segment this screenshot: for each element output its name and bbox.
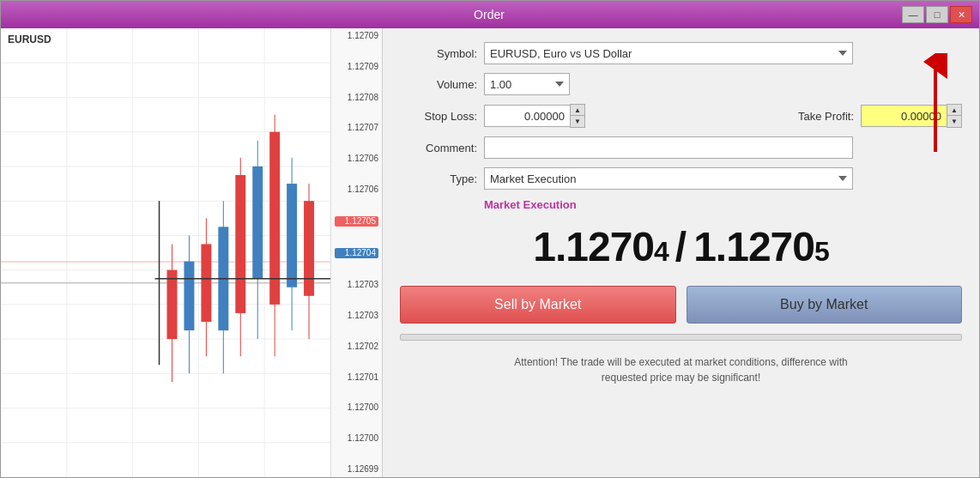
- svg-rect-33: [184, 262, 194, 330]
- candlestick-chart: [1, 28, 330, 477]
- comment-row: Comment:: [400, 136, 962, 159]
- volume-select[interactable]: 1.00: [484, 73, 570, 95]
- chart-panel: EURUSD: [1, 28, 383, 477]
- progress-bar: [400, 334, 962, 341]
- stop-loss-up[interactable]: ▲: [571, 105, 584, 116]
- price-separator: /: [675, 223, 687, 270]
- red-arrow-icon: [918, 53, 953, 156]
- svg-rect-17: [1, 262, 330, 263]
- type-row: Type: Market Execution: [400, 167, 962, 190]
- type-label: Type:: [400, 172, 477, 185]
- stoploss-takeprofit-row: Stop Loss: ▲ ▼ Take Profit: ▲ ▼: [400, 104, 962, 128]
- svg-rect-21: [287, 184, 297, 287]
- comment-input[interactable]: [484, 136, 853, 159]
- svg-rect-27: [235, 175, 245, 313]
- svg-rect-31: [201, 244, 211, 322]
- window-controls: — □ ✕: [902, 6, 972, 23]
- sell-by-market-button[interactable]: Sell by Market: [400, 286, 676, 324]
- market-exec-label: Market Execution: [484, 198, 962, 211]
- stop-loss-down[interactable]: ▼: [571, 116, 584, 127]
- symbol-row: Symbol: EURUSD, Euro vs US Dollar: [400, 42, 962, 64]
- order-window: Order — □ ✕ EURUSD: [0, 0, 980, 478]
- title-bar: Order — □ ✕: [1, 1, 979, 28]
- price-tick-red: 1.12705: [335, 216, 378, 227]
- ask-price-small: 5: [814, 236, 829, 267]
- maximize-button[interactable]: □: [926, 6, 948, 23]
- price-tick-11: 1.12701: [335, 373, 378, 382]
- window-title: Order: [76, 8, 902, 21]
- price-display: 1.12704 / 1.12705: [400, 223, 962, 270]
- price-tick-6: 1.12706: [335, 185, 378, 194]
- stop-loss-label: Stop Loss:: [400, 110, 477, 123]
- chart-area: 1.12709 1.12709 1.12708 1.12707 1.12706 …: [1, 28, 382, 477]
- volume-row: Volume: 1.00: [400, 73, 962, 95]
- price-axis: 1.12709 1.12709 1.12708 1.12707 1.12706 …: [330, 28, 382, 477]
- buy-by-market-button[interactable]: Buy by Market: [687, 286, 963, 324]
- symbol-select[interactable]: EURUSD, Euro vs US Dollar: [484, 42, 853, 64]
- svg-rect-23: [304, 201, 314, 296]
- stop-loss-spinners: ▲ ▼: [570, 104, 585, 128]
- chart-canvas: [1, 28, 330, 477]
- take-profit-label: Take Profit:: [798, 110, 854, 123]
- symbol-label: Symbol:: [400, 47, 477, 60]
- action-buttons-row: Sell by Market Buy by Market: [400, 286, 962, 324]
- svg-rect-25: [252, 166, 263, 279]
- price-tick-blue: 1.12704: [335, 248, 378, 258]
- price-tick-5: 1.12706: [335, 154, 378, 163]
- type-select[interactable]: Market Execution: [484, 167, 853, 190]
- close-button[interactable]: ✕: [950, 6, 972, 23]
- svg-rect-35: [166, 270, 177, 339]
- main-content: EURUSD: [1, 28, 979, 477]
- chart-symbol-label: EURUSD: [8, 33, 51, 45]
- form-panel: Symbol: EURUSD, Euro vs US Dollar Volume…: [383, 28, 979, 477]
- price-tick-13: 1.12700: [335, 434, 378, 443]
- stop-loss-input[interactable]: [484, 105, 570, 127]
- volume-label: Volume:: [400, 78, 477, 91]
- price-tick-14: 1.12699: [335, 465, 378, 474]
- price-tick-3: 1.12708: [335, 94, 378, 102]
- bid-price-small: 4: [654, 236, 668, 267]
- price-tick-8: 1.12703: [335, 281, 378, 289]
- bid-price: 1.12704: [533, 223, 668, 270]
- comment-label: Comment:: [400, 142, 477, 154]
- minimize-button[interactable]: —: [902, 6, 924, 23]
- stop-loss-input-wrap: ▲ ▼: [484, 104, 585, 128]
- ask-price: 1.12705: [693, 223, 829, 270]
- price-tick-2: 1.12709: [335, 63, 378, 71]
- price-tick-1: 1.12709: [335, 32, 378, 40]
- price-tick-10: 1.12702: [335, 342, 378, 351]
- attention-text: Attention! The trade will be executed at…: [400, 354, 962, 385]
- price-tick-4: 1.12707: [335, 124, 378, 132]
- price-tick-9: 1.12703: [335, 312, 378, 320]
- price-tick-12: 1.12700: [335, 403, 378, 412]
